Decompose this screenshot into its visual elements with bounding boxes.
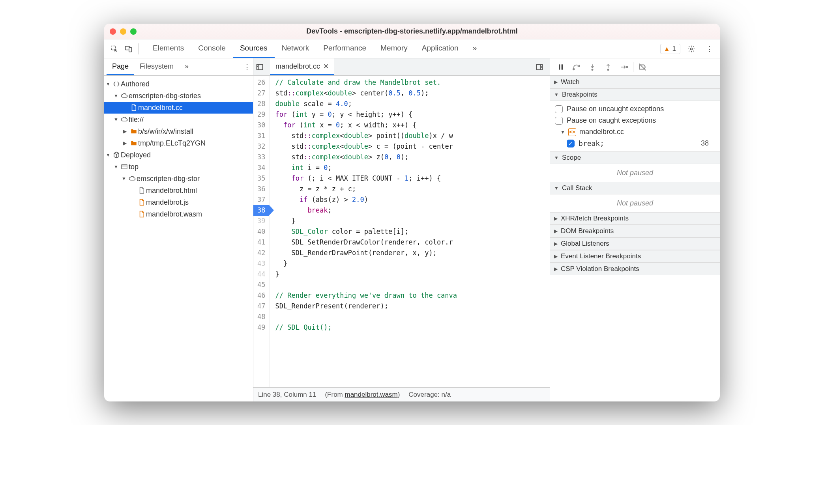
- tab-performance[interactable]: Performance: [316, 39, 373, 58]
- section-csp-breakpoints[interactable]: ▶CSP Violation Breakpoints: [550, 263, 720, 275]
- cloud-icon: [120, 116, 129, 123]
- cloud-icon: [128, 175, 137, 182]
- warnings-badge[interactable]: ▲ 1: [660, 44, 680, 54]
- breakpoint-entry[interactable]: ✓ break; 38: [555, 138, 715, 149]
- source-from: (From mandelbrot.wasm): [325, 391, 400, 399]
- navigator-tabs: Page Filesystem » ⋮: [104, 58, 253, 76]
- section-xhr-breakpoints[interactable]: ▶XHR/fetch Breakpoints: [550, 212, 720, 225]
- svg-rect-7: [559, 64, 560, 69]
- panel-tabs: Elements Console Sources Network Perform…: [146, 39, 484, 58]
- tab-network[interactable]: Network: [275, 39, 316, 58]
- main-toolbar: Elements Console Sources Network Perform…: [104, 39, 720, 58]
- navigator-tab-filesystem[interactable]: Filesystem: [134, 58, 179, 75]
- tabs-overflow-icon[interactable]: »: [466, 39, 484, 58]
- tab-memory[interactable]: Memory: [373, 39, 415, 58]
- code-editor[interactable]: 2627282930313233343536373839404142434445…: [253, 76, 550, 387]
- toggle-navigator-icon[interactable]: [256, 63, 268, 71]
- svg-point-3: [691, 48, 693, 50]
- file-icon: [137, 199, 146, 206]
- main-area: Page Filesystem » ⋮ ▼ Authored ▼: [104, 58, 720, 401]
- code-content[interactable]: // Calculate and draw the Mandelbrot set…: [270, 76, 457, 387]
- window-title: DevTools - emscripten-dbg-stories.netlif…: [104, 27, 720, 35]
- navigator-tabs-overflow-icon[interactable]: »: [179, 58, 194, 75]
- step-into-icon[interactable]: [586, 60, 599, 74]
- step-over-icon[interactable]: [570, 60, 583, 74]
- tree-group-authored[interactable]: ▼ Authored: [104, 78, 253, 90]
- editor-statusbar: Line 38, Column 11 (From mandelbrot.wasm…: [253, 387, 550, 401]
- tree-file-html[interactable]: mandelbrot.html: [104, 185, 253, 196]
- tree-file-js[interactable]: mandelbrot.js: [104, 196, 253, 208]
- titlebar: DevTools - emscripten-dbg-stories.netlif…: [104, 24, 720, 39]
- close-tab-icon[interactable]: ✕: [323, 62, 329, 71]
- devtools-window: DevTools - emscripten-dbg-stories.netlif…: [104, 24, 720, 401]
- svg-point-10: [592, 69, 593, 70]
- cloud-icon: [120, 92, 129, 99]
- navigator-more-icon[interactable]: ⋮: [243, 63, 251, 71]
- svg-point-11: [607, 69, 609, 70]
- cursor-position: Line 38, Column 11: [258, 391, 316, 399]
- section-global-listeners[interactable]: ▶Global Listeners: [550, 237, 720, 250]
- step-out-icon[interactable]: [601, 60, 615, 74]
- source-file-icon: <>: [568, 128, 576, 136]
- tab-application[interactable]: Application: [415, 39, 466, 58]
- pause-uncaught-row[interactable]: Pause on uncaught exceptions: [555, 103, 715, 115]
- breakpoint-file-row[interactable]: ▼ <> mandelbrot.cc: [555, 126, 715, 138]
- tree-folder-tmp[interactable]: ▶ tmp/tmp.ELcTq2YGN: [104, 137, 253, 149]
- tab-sources[interactable]: Sources: [233, 39, 275, 58]
- folder-icon: [129, 128, 138, 135]
- tree-top-frame[interactable]: ▼ top: [104, 161, 253, 173]
- tree-domain-deployed[interactable]: ▼ emscripten-dbg-stor: [104, 173, 253, 185]
- callstack-not-paused: Not paused: [550, 194, 720, 212]
- file-icon: [137, 187, 146, 194]
- tab-console[interactable]: Console: [191, 39, 233, 58]
- scope-not-paused: Not paused: [550, 164, 720, 182]
- toggle-debugger-icon[interactable]: [536, 63, 547, 71]
- tree-folder-install[interactable]: ▶ b/s/w/ir/x/w/install: [104, 125, 253, 137]
- warning-count: 1: [672, 45, 676, 53]
- tree-group-deployed[interactable]: ▼ Deployed: [104, 149, 253, 161]
- editor-panel: mandelbrot.cc ✕ 262728293031323334353637…: [253, 58, 550, 401]
- device-toolbar-icon[interactable]: [122, 42, 136, 56]
- svg-rect-2: [129, 47, 132, 52]
- deactivate-breakpoints-icon[interactable]: [636, 60, 649, 74]
- tree-file-wasm[interactable]: mandelbrot.wasm: [104, 208, 253, 220]
- warning-icon: ▲: [664, 45, 670, 52]
- debugger-toolbar: [550, 58, 720, 76]
- tree-domain-emscripten[interactable]: ▼ emscripten-dbg-stories: [104, 90, 253, 102]
- line-gutter[interactable]: 2627282930313233343536373839404142434445…: [253, 76, 270, 387]
- svg-rect-8: [562, 64, 563, 69]
- editor-tab-mandelbrot-cc[interactable]: mandelbrot.cc ✕: [270, 58, 334, 75]
- navigator-tab-page[interactable]: Page: [107, 58, 134, 75]
- section-watch[interactable]: ▶Watch: [550, 76, 720, 88]
- source-link[interactable]: mandelbrot.wasm: [345, 391, 397, 398]
- folder-icon: [129, 140, 138, 147]
- section-scope[interactable]: ▼Scope: [550, 151, 720, 164]
- navigator-panel: Page Filesystem » ⋮ ▼ Authored ▼: [104, 58, 253, 401]
- section-event-listener-breakpoints[interactable]: ▶Event Listener Breakpoints: [550, 250, 720, 263]
- svg-point-9: [573, 68, 575, 70]
- checkbox-icon[interactable]: [555, 117, 563, 125]
- tab-elements[interactable]: Elements: [146, 39, 191, 58]
- pause-icon[interactable]: [554, 60, 567, 74]
- deployed-icon: [112, 151, 121, 159]
- section-callstack[interactable]: ▼Call Stack: [550, 182, 720, 194]
- tree-file-mandelbrot-cc[interactable]: mandelbrot.cc: [104, 102, 253, 114]
- editor-tabs: mandelbrot.cc ✕: [253, 58, 550, 76]
- more-icon[interactable]: ⋮: [702, 42, 717, 56]
- section-dom-breakpoints[interactable]: ▶DOM Breakpoints: [550, 225, 720, 237]
- step-icon[interactable]: [617, 60, 631, 74]
- section-breakpoints[interactable]: ▼Breakpoints: [550, 88, 720, 101]
- debugger-panel: ▶Watch ▼Breakpoints Pause on uncaught ex…: [550, 58, 720, 401]
- breakpoints-body: Pause on uncaught exceptions Pause on ca…: [550, 101, 720, 151]
- tree-file-protocol[interactable]: ▼ file://: [104, 114, 253, 125]
- pause-caught-row[interactable]: Pause on caught exceptions: [555, 115, 715, 126]
- file-icon: [129, 104, 138, 111]
- svg-point-12: [626, 66, 628, 68]
- checkbox-checked-icon[interactable]: ✓: [567, 140, 575, 147]
- settings-icon[interactable]: [684, 42, 699, 56]
- file-icon: [137, 211, 146, 218]
- file-tree: ▼ Authored ▼ emscripten-dbg-stories: [104, 76, 253, 401]
- checkbox-icon[interactable]: [555, 105, 563, 113]
- inspect-element-icon[interactable]: [107, 42, 122, 56]
- coverage-status: Coverage: n/a: [408, 391, 451, 399]
